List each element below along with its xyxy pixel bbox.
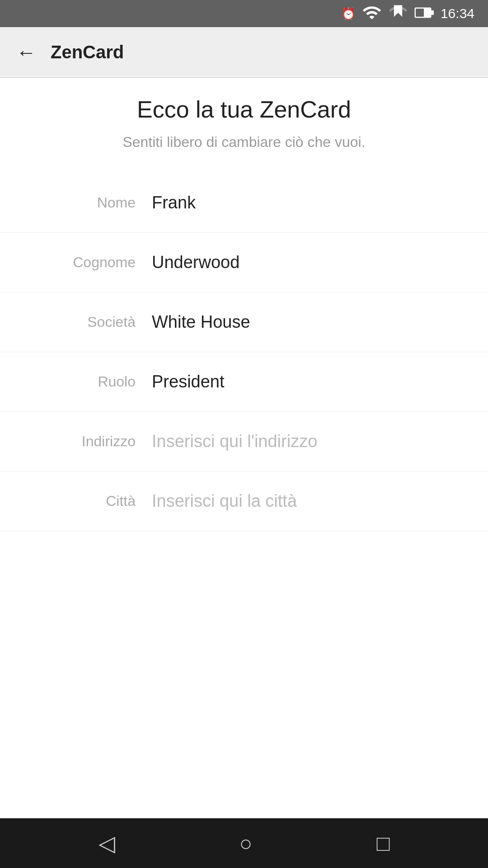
app-bar: ← ZenCard — [0, 27, 488, 78]
field-row-cognome[interactable]: CognomeUnderwood — [0, 233, 488, 292]
back-button[interactable]: ← — [13, 38, 40, 67]
field-value-nome[interactable]: Frank — [152, 193, 461, 212]
field-value-societa[interactable]: White House — [152, 312, 461, 332]
back-arrow-icon: ← — [16, 41, 36, 64]
alarm-icon: ⏰ — [341, 7, 356, 21]
signal-icon — [388, 3, 408, 24]
field-row-societa[interactable]: SocietàWhite House — [0, 292, 488, 352]
nav-recent-icon: □ — [377, 831, 390, 856]
field-value-citta[interactable]: Inserisci qui la città — [152, 491, 461, 511]
battery-icon — [414, 6, 434, 21]
field-value-ruolo[interactable]: President — [152, 372, 461, 392]
field-label-cognome: Cognome — [27, 254, 136, 271]
field-label-indirizzo: Indirizzo — [27, 433, 136, 450]
status-time: 16:34 — [441, 6, 474, 21]
field-row-ruolo[interactable]: RuoloPresident — [0, 352, 488, 412]
status-icons: ⏰ 16:34 — [341, 3, 474, 24]
field-label-nome: Nome — [27, 194, 136, 211]
nav-recent-button[interactable]: □ — [371, 826, 395, 861]
field-row-nome[interactable]: NomeFrank — [0, 173, 488, 233]
field-label-ruolo: Ruolo — [27, 373, 136, 390]
nav-home-icon: ○ — [239, 831, 253, 856]
field-row-indirizzo[interactable]: IndirizzoInserisci qui l'indirizzo — [0, 412, 488, 472]
svg-rect-1 — [431, 10, 434, 15]
status-bar: ⏰ 16:34 — [0, 0, 488, 27]
nav-back-icon: ◁ — [99, 830, 115, 856]
field-value-cognome[interactable]: Underwood — [152, 253, 461, 272]
page-subtitle: Sentiti libero di cambiare ciò che vuoi. — [0, 134, 488, 151]
field-value-indirizzo[interactable]: Inserisci qui l'indirizzo — [152, 432, 461, 451]
field-label-citta: Città — [27, 493, 136, 509]
nav-back-button[interactable]: ◁ — [93, 825, 121, 861]
form-container: NomeFrankCognomeUnderwoodSocietàWhite Ho… — [0, 173, 488, 531]
main-content: Ecco la tua ZenCard Sentiti libero di ca… — [0, 78, 488, 818]
field-label-societa: Società — [27, 314, 136, 330]
field-row-citta[interactable]: CittàInserisci qui la città — [0, 472, 488, 531]
app-bar-title: ZenCard — [51, 42, 124, 62]
page-heading: Ecco la tua ZenCard — [0, 96, 488, 123]
nav-bar: ◁ ○ □ — [0, 818, 488, 868]
wifi-icon — [362, 3, 382, 24]
nav-home-button[interactable]: ○ — [234, 826, 258, 861]
svg-rect-2 — [416, 9, 424, 17]
